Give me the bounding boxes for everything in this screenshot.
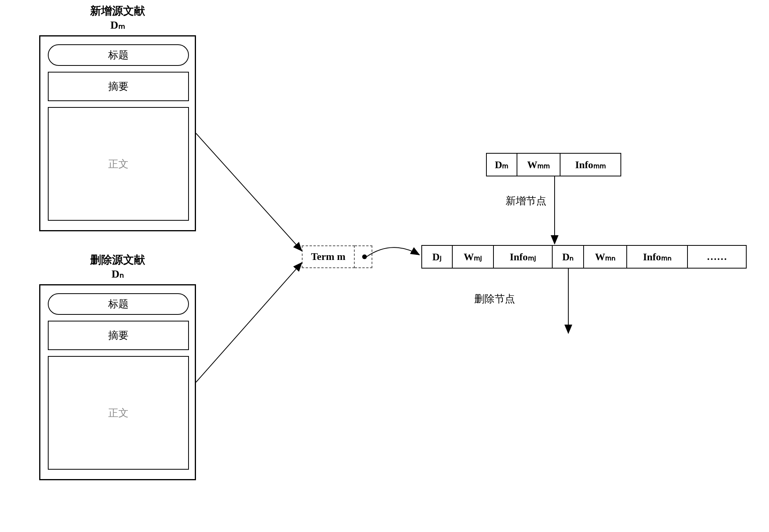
connector-svg — [0, 0, 769, 532]
curve-term-to-list — [366, 247, 419, 257]
line-docm-to-term — [196, 133, 302, 251]
term-pointer-dot — [362, 254, 367, 259]
line-docn-to-term — [196, 263, 302, 382]
